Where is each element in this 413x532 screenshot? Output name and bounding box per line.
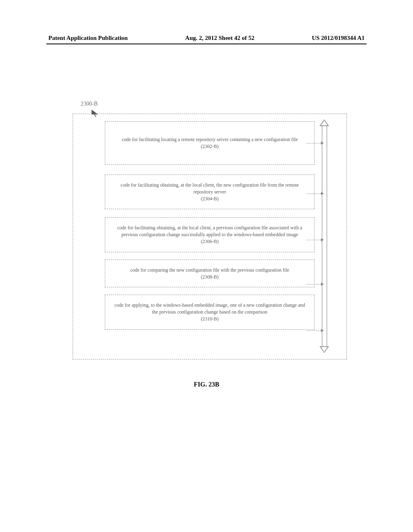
header-right: US 2012/0198344 A1 xyxy=(312,35,365,42)
code-box-text: code for facilitating locating a remote … xyxy=(113,136,307,143)
connector-arrowhead-icon xyxy=(321,238,324,241)
connector-arrowhead-icon xyxy=(321,192,324,195)
code-box-2308b: code for comparing the new configuration… xyxy=(105,260,315,288)
code-box-2304b: code for facilitating obtaining, at the … xyxy=(105,175,315,209)
page: Patent Application Publication Aug. 2, 2… xyxy=(0,0,413,532)
header-left: Patent Application Publication xyxy=(48,35,128,42)
connector-line xyxy=(307,240,321,240)
code-box-ref: (2308-B) xyxy=(113,274,307,281)
code-box-text: code for facilitating obtaining, at the … xyxy=(113,224,307,238)
code-box-2302b: code for facilitating locating a remote … xyxy=(105,121,315,165)
code-box-ref: (2304-B) xyxy=(113,195,307,202)
header-divider xyxy=(46,44,367,44)
connector-line xyxy=(307,143,321,143)
connector-line xyxy=(307,284,321,285)
connector-arrowhead-icon xyxy=(321,283,324,286)
code-box-2306b: code for facilitating obtaining, at the … xyxy=(105,217,315,252)
figure-caption: FIG. 23B xyxy=(0,381,413,388)
code-box-2310b: code for applying, to the windows-based … xyxy=(105,295,315,329)
diagram-container: code for facilitating locating a remote … xyxy=(73,114,347,360)
connector-arrowhead-icon xyxy=(321,329,324,332)
connector-line xyxy=(307,330,321,331)
code-box-text: code for facilitating obtaining, at the … xyxy=(113,182,307,195)
figure-label: 2300-B xyxy=(81,101,98,107)
code-box-ref: (2306-B) xyxy=(113,238,307,245)
code-box-ref: (2310-B) xyxy=(113,316,307,322)
code-box-text: code for applying, to the windows-based … xyxy=(113,302,307,316)
connector-line xyxy=(307,193,321,194)
code-box-ref: (2302-B) xyxy=(113,143,307,150)
header-center: Aug. 2, 2012 Sheet 42 of 52 xyxy=(185,35,254,42)
connector-arrowhead-icon xyxy=(321,141,324,145)
bidirectional-arrow-icon xyxy=(321,119,329,353)
page-header: Patent Application Publication Aug. 2, 2… xyxy=(48,35,365,42)
code-box-text: code for comparing the new configuration… xyxy=(113,267,307,274)
